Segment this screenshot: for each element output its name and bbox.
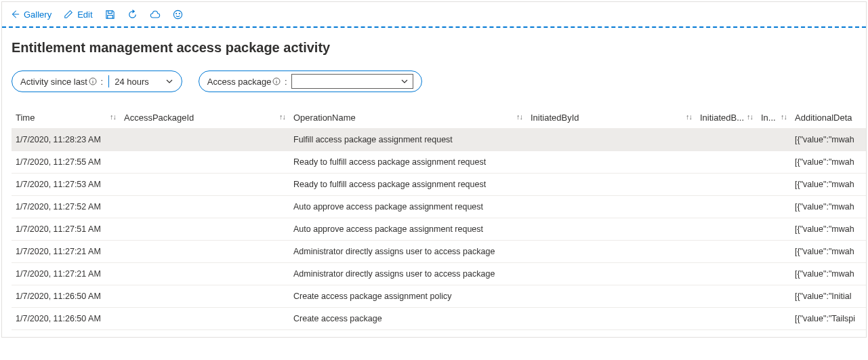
col-initiated-b[interactable]: InitiatedB...↑↓ <box>696 107 757 129</box>
package-filter-label: Access package <box>207 77 272 87</box>
cell-add: [{"value":"mwah <box>791 174 867 196</box>
cell-add: [{"value":"Initial <box>791 285 867 308</box>
cloud-icon <box>150 9 161 20</box>
package-filter: Access package : <box>199 71 422 92</box>
cell-init_b <box>696 174 757 196</box>
cell-operation: Ready to fulfill access package assignme… <box>289 174 526 196</box>
info-icon[interactable] <box>272 77 281 85</box>
cell-init_id <box>526 129 696 151</box>
cell-in <box>757 263 791 285</box>
col-operation[interactable]: OperationName↑↓ <box>289 107 526 129</box>
save-button[interactable] <box>105 9 115 20</box>
cell-time: 1/7/2020, 11:27:51 AM <box>12 218 120 241</box>
info-icon[interactable] <box>89 77 97 85</box>
cell-operation: Administrator directly assigns user to a… <box>289 241 526 263</box>
cell-init_b <box>696 285 757 308</box>
cell-init_id <box>526 218 696 241</box>
cell-add: [{"value":"mwah <box>791 263 867 285</box>
cell-package <box>120 218 289 241</box>
smiley-icon <box>173 9 183 20</box>
cell-package <box>120 241 289 263</box>
cell-in <box>757 174 791 196</box>
cell-init_id <box>526 241 696 263</box>
col-initiated-id[interactable]: InitiatedById↑↓ <box>526 107 696 129</box>
cell-in <box>757 218 791 241</box>
activity-filter-select[interactable]: 24 hours <box>115 77 173 87</box>
table-row[interactable]: 1/7/2020, 11:28:23 AMFulfill access pack… <box>12 129 867 151</box>
table-row[interactable]: 1/7/2020, 11:27:21 AMAdministrator direc… <box>12 263 867 285</box>
cell-time: 1/7/2020, 11:27:55 AM <box>12 151 120 174</box>
cell-operation: Administrator directly assigns user to a… <box>289 263 526 285</box>
feedback-button[interactable] <box>173 9 183 20</box>
cell-in <box>757 241 791 263</box>
cell-init_id <box>526 174 696 196</box>
activity-table: Time↑↓ AccessPackageId↑↓ OperationName↑↓… <box>12 107 867 330</box>
cell-package <box>120 285 289 308</box>
cell-add: [{"value":"mwah <box>791 151 867 174</box>
cell-operation: Create access package <box>289 308 526 330</box>
edit-button[interactable]: Edit <box>64 9 92 20</box>
cell-package <box>120 263 289 285</box>
gallery-label: Gallery <box>24 9 51 20</box>
cell-init_b <box>696 196 757 218</box>
pill-divider <box>108 75 109 87</box>
cell-time: 1/7/2020, 11:27:53 AM <box>12 174 120 196</box>
table-row[interactable]: 1/7/2020, 11:27:55 AMReady to fulfill ac… <box>12 151 867 174</box>
cloud-button[interactable] <box>150 9 161 20</box>
table-row[interactable]: 1/7/2020, 11:26:50 AMCreate access packa… <box>12 308 867 330</box>
table-row[interactable]: 1/7/2020, 11:27:53 AMReady to fulfill ac… <box>12 174 867 196</box>
cell-init_id <box>526 263 696 285</box>
cell-operation: Fulfill access package assignment reques… <box>289 129 526 151</box>
cell-add: [{"value":"Tailspi <box>791 308 867 330</box>
sort-icon: ↑↓ <box>781 113 787 121</box>
cell-operation: Ready to fulfill access package assignme… <box>289 151 526 174</box>
sort-icon: ↑↓ <box>279 113 285 121</box>
cell-init_b <box>696 151 757 174</box>
sort-icon: ↑↓ <box>747 113 753 121</box>
package-filter-select[interactable] <box>291 74 413 89</box>
cell-init_b <box>696 218 757 241</box>
cell-init_b <box>696 308 757 330</box>
cell-init_id <box>526 285 696 308</box>
svg-point-1 <box>175 13 176 14</box>
table-row[interactable]: 1/7/2020, 11:27:52 AMAuto approve access… <box>12 196 867 218</box>
cell-init_b <box>696 263 757 285</box>
cell-in <box>757 129 791 151</box>
save-icon <box>105 9 115 20</box>
cell-add: [{"value":"mwah <box>791 218 867 241</box>
table-row[interactable]: 1/7/2020, 11:27:21 AMAdministrator direc… <box>12 241 867 263</box>
refresh-icon <box>127 9 138 20</box>
sort-icon: ↑↓ <box>686 113 692 121</box>
cell-init_id <box>526 196 696 218</box>
pencil-icon <box>64 9 73 19</box>
cell-init_b <box>696 129 757 151</box>
cell-in <box>757 308 791 330</box>
cell-add: [{"value":"mwah <box>791 196 867 218</box>
table-row[interactable]: 1/7/2020, 11:27:51 AMAuto approve access… <box>12 218 867 241</box>
col-additional[interactable]: AdditionalDeta <box>791 107 867 129</box>
table-wrap: Time↑↓ AccessPackageId↑↓ OperationName↑↓… <box>2 98 866 337</box>
cell-package <box>120 308 289 330</box>
activity-filter-value: 24 hours <box>115 77 149 87</box>
cell-time: 1/7/2020, 11:26:50 AM <box>12 285 120 308</box>
table-row[interactable]: 1/7/2020, 11:26:50 AMCreate access packa… <box>12 285 867 308</box>
chevron-down-icon <box>165 77 173 85</box>
cell-time: 1/7/2020, 11:27:21 AM <box>12 241 120 263</box>
cell-operation: Auto approve access package assignment r… <box>289 218 526 241</box>
col-package[interactable]: AccessPackageId↑↓ <box>120 107 289 129</box>
cell-in <box>757 151 791 174</box>
cell-package <box>120 129 289 151</box>
col-in[interactable]: In...↑↓ <box>757 107 791 129</box>
col-time[interactable]: Time↑↓ <box>12 107 120 129</box>
refresh-button[interactable] <box>127 9 138 20</box>
gallery-button[interactable]: Gallery <box>10 9 51 20</box>
chevron-down-icon <box>400 77 409 85</box>
sort-icon: ↑↓ <box>110 113 116 121</box>
toolbar: Gallery Edit <box>2 2 866 28</box>
cell-time: 1/7/2020, 11:28:23 AM <box>12 129 120 151</box>
edit-label: Edit <box>77 9 92 20</box>
activity-filter: Activity since last : 24 hours <box>12 71 182 92</box>
cell-init_id <box>526 308 696 330</box>
cell-time: 1/7/2020, 11:27:21 AM <box>12 263 120 285</box>
cell-time: 1/7/2020, 11:27:52 AM <box>12 196 120 218</box>
